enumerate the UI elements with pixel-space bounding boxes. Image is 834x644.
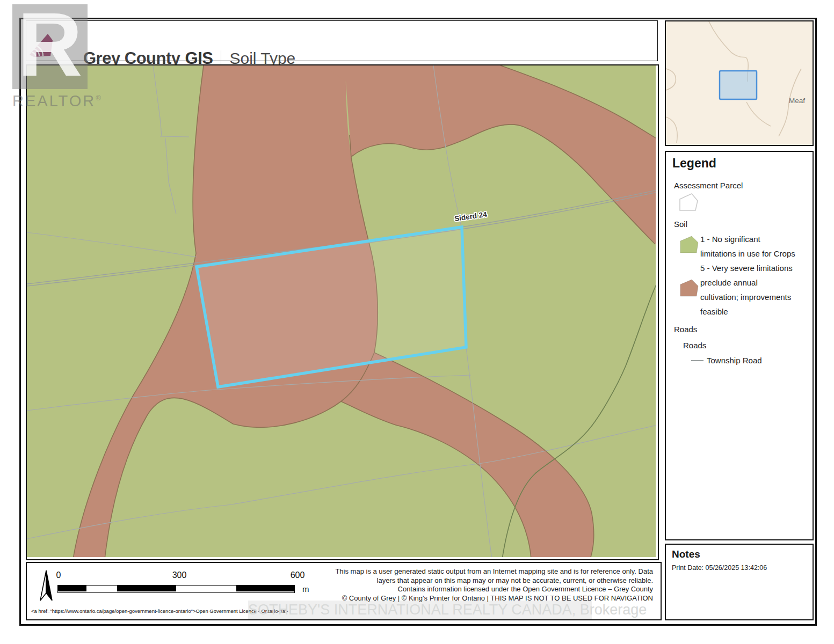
notes-title: Notes xyxy=(672,548,700,560)
legend-assessment-parcel-label: Assessment Parcel xyxy=(674,181,743,190)
soil-5-swatch xyxy=(680,279,699,297)
footer-panel: 0 300 600 m <a href="https://www.ontario… xyxy=(26,562,662,620)
disclaimer-line: Contains information licensed under the … xyxy=(170,585,653,594)
soil-5-text-line3: cultivation; improvements xyxy=(700,292,791,302)
soil-5-text-line2: preclude annual xyxy=(700,278,758,287)
legend-roads-layer: Roads xyxy=(683,341,706,350)
disclaimer-line: This map is a user generated static outp… xyxy=(170,567,653,576)
disclaimer-line: layers that appear on this map may or ma… xyxy=(170,576,653,586)
overview-inset-map: Meaf xyxy=(665,20,814,146)
assessment-parcel-swatch xyxy=(679,193,699,212)
license-source-text: <a href="https://www.ontario.ca/page/ope… xyxy=(31,608,288,614)
inset-roads xyxy=(666,21,810,143)
scale-bar-segment xyxy=(58,586,86,591)
soil-5-text-line4: feasible xyxy=(700,307,728,316)
scale-bar-segment xyxy=(117,586,176,591)
disclaimer-block: This map is a user generated static outp… xyxy=(170,567,653,603)
print-date: Print Date: 05/26/2025 13:42:06 xyxy=(672,564,767,572)
soil-map: Siderd 24 xyxy=(27,65,656,557)
north-arrow-icon xyxy=(37,569,58,603)
soil-1-text-line2: limitations in use for Crops xyxy=(700,249,795,258)
legend-roads-group: Roads xyxy=(674,325,697,334)
township-road-swatch xyxy=(691,360,704,361)
disclaimer-line: © County of Grey | © King's Printer for … xyxy=(170,594,653,603)
scale-tick-0: 0 xyxy=(56,570,61,580)
soil-1-swatch xyxy=(680,236,699,254)
legend-soil-label: Soil xyxy=(674,219,687,229)
notes-panel: Notes Print Date: 05/26/2025 13:42:06 xyxy=(665,544,814,620)
township-road-label: Township Road xyxy=(707,356,762,365)
soil-5-text-line1: 5 - Very severe limitations xyxy=(700,264,793,273)
grey-county-logo xyxy=(28,33,54,57)
gis-print-page: Grey County GIS Soil Type xyxy=(0,0,834,644)
legend-panel: Legend Assessment Parcel Soil 1 - No sig… xyxy=(665,151,814,540)
soil-1-text-line1: 1 - No significant xyxy=(700,235,760,244)
header: Grey County GIS Soil Type xyxy=(26,20,658,61)
inset-place-label: Meaf xyxy=(789,97,805,105)
scale-bar-segment xyxy=(86,586,117,591)
map-extent-indicator xyxy=(720,71,757,99)
legend-title: Legend xyxy=(672,156,716,171)
map-viewport: Siderd 24 xyxy=(26,64,659,560)
